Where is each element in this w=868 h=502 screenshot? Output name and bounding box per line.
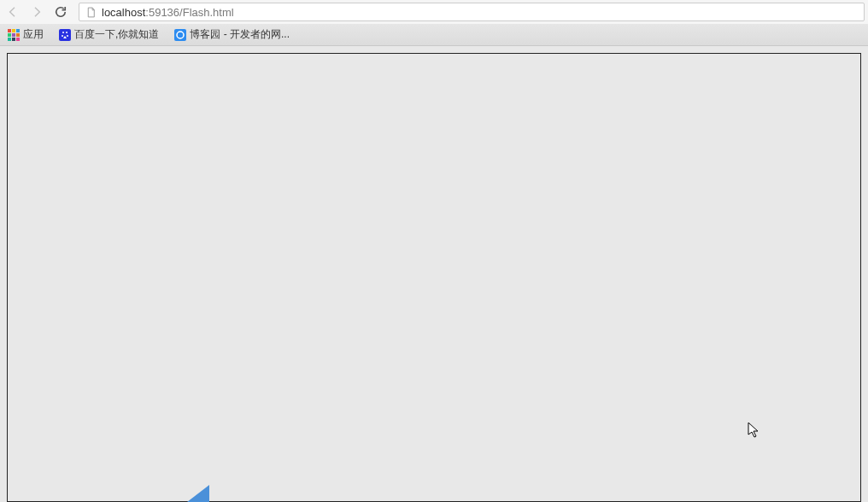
- flash-embed[interactable]: [7, 53, 861, 502]
- forward-button[interactable]: [27, 3, 46, 21]
- reload-button[interactable]: [51, 3, 70, 21]
- arrow-right-icon: [30, 5, 44, 19]
- page-viewport: [0, 46, 868, 502]
- svg-point-0: [177, 32, 184, 38]
- address-bar[interactable]: localhost:59136/Flash.html: [79, 3, 865, 21]
- baidu-favicon: [59, 29, 71, 41]
- cnblogs-favicon: [174, 29, 186, 41]
- url-path: :59136/Flash.html: [145, 6, 233, 19]
- apps-label: 应用: [23, 27, 44, 42]
- url-host: localhost: [102, 6, 145, 19]
- bookmark-label: 百度一下,你就知道: [74, 27, 159, 42]
- bookmarks-bar: 应用 百度一下,你就知道 博客园 - 开发者的网...: [0, 24, 868, 46]
- apps-shortcut[interactable]: 应用: [5, 26, 46, 44]
- url-text: localhost:59136/Flash.html: [102, 6, 859, 19]
- back-button[interactable]: [3, 3, 22, 21]
- apps-grid-icon: [8, 29, 20, 41]
- bookmark-label: 博客园 - 开发者的网...: [190, 27, 290, 42]
- page-icon: [85, 6, 97, 18]
- nav-toolbar: localhost:59136/Flash.html: [0, 0, 868, 24]
- reload-icon: [53, 4, 68, 20]
- bookmark-item-cnblogs[interactable]: 博客园 - 开发者的网...: [172, 26, 292, 44]
- flash-corner-decoration: [187, 485, 209, 502]
- bookmark-item-baidu[interactable]: 百度一下,你就知道: [56, 26, 161, 44]
- arrow-left-icon: [6, 5, 20, 19]
